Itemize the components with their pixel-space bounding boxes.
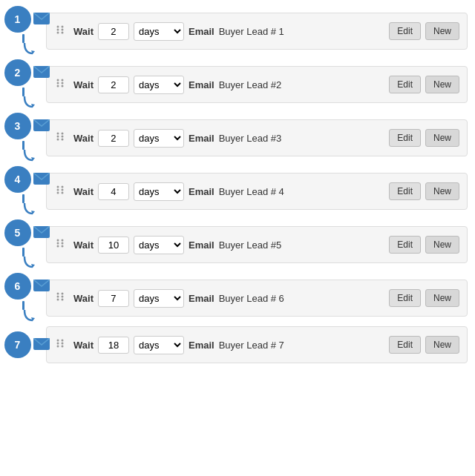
wait-number-select-2[interactable]: 1234567891011121314151617181920212223242…: [98, 76, 129, 93]
wait-number-select-6[interactable]: 1234567891011121314151617181920212223242…: [98, 290, 129, 307]
days-select-1[interactable]: dayshoursweeks: [134, 22, 184, 41]
step-circle-7: 7: [4, 331, 31, 358]
wait-label-1: Wait: [73, 26, 94, 37]
wait-number-select-5[interactable]: 1234567891011121314151617181920212223242…: [98, 237, 129, 254]
svg-point-45: [62, 296, 64, 298]
new-button-3[interactable]: New: [425, 129, 459, 147]
envelope-icon-1: [33, 13, 50, 27]
connector-arrow-5: [10, 248, 43, 270]
drag-handle-6[interactable]: [54, 291, 66, 305]
envelope-icon-5: [33, 226, 50, 240]
envelope-icon-6: [33, 280, 50, 294]
drag-handle-7[interactable]: [54, 337, 66, 352]
wait-number-select-7[interactable]: 1234567891011121314151617181920212223242…: [98, 337, 129, 354]
edit-button-7[interactable]: Edit: [389, 336, 421, 354]
drag-handle-1[interactable]: [54, 24, 66, 39]
workflow-container: 1 Wait1234567891011121314151617181920212…: [0, 0, 475, 372]
days-select-6[interactable]: dayshoursweeks: [134, 289, 184, 308]
connector-arrow-4: [10, 194, 43, 216]
workflow-row-4: 4 Wait1234567891011121314151617181920212…: [7, 166, 468, 216]
svg-point-52: [62, 343, 64, 345]
wait-number-select-3[interactable]: 1234567891011121314151617181920212223242…: [98, 130, 129, 147]
wait-number-select-4[interactable]: 1234567891011121314151617181920212223242…: [98, 183, 129, 200]
step-circle-4: 4: [4, 166, 31, 193]
step-indicator-6: 6: [7, 273, 46, 323]
drag-handle-5[interactable]: [54, 237, 66, 252]
new-button-7[interactable]: New: [425, 336, 459, 354]
svg-point-53: [57, 346, 59, 348]
new-button-6[interactable]: New: [425, 289, 459, 307]
edit-button-3[interactable]: Edit: [389, 129, 421, 147]
days-select-7[interactable]: dayshoursweeks: [134, 336, 184, 354]
edit-button-4[interactable]: Edit: [389, 182, 421, 200]
step-circle-2: 2: [4, 59, 31, 86]
svg-point-23: [62, 139, 64, 141]
svg-point-50: [62, 340, 64, 342]
envelope-icon-3: [33, 119, 50, 133]
svg-point-3: [62, 26, 64, 28]
svg-point-15: [62, 85, 64, 87]
days-select-5[interactable]: dayshoursweeks: [134, 236, 184, 254]
drag-handle-3[interactable]: [54, 130, 66, 145]
step-indicator-7: 7: [7, 331, 46, 358]
wait-label-2: Wait: [73, 79, 94, 90]
email-label-6: Email: [189, 293, 214, 304]
email-name-1: Buyer Lead # 1: [219, 26, 385, 37]
email-label-3: Email: [189, 133, 214, 144]
svg-point-38: [57, 245, 59, 248]
row-card-2: Wait123456789101112131415161718192021222…: [46, 66, 468, 103]
edit-button-5[interactable]: Edit: [389, 236, 421, 254]
wait-number-select-1[interactable]: 1234567891011121314151617181920212223242…: [98, 23, 129, 40]
workflow-row-7: 7 Wait1234567891011121314151617181920212…: [7, 326, 468, 363]
wait-label-3: Wait: [73, 133, 94, 144]
email-label-1: Email: [189, 26, 214, 37]
svg-point-39: [62, 245, 64, 248]
svg-point-34: [57, 239, 59, 242]
new-button-2[interactable]: New: [425, 76, 459, 93]
days-select-2[interactable]: dayshoursweeks: [134, 76, 184, 94]
new-button-4[interactable]: New: [425, 182, 459, 200]
row-card-3: Wait123456789101112131415161718192021222…: [46, 119, 468, 156]
svg-point-11: [62, 79, 64, 82]
envelope-icon-2: [33, 66, 50, 80]
connector-arrow-1: [10, 34, 43, 56]
svg-point-10: [57, 79, 59, 82]
step-indicator-2: 2: [7, 59, 46, 110]
wait-label-4: Wait: [73, 186, 94, 197]
edit-button-1[interactable]: Edit: [389, 22, 421, 40]
connector-arrow-3: [10, 141, 43, 163]
row-card-5: Wait123456789101112131415161718192021222…: [46, 226, 468, 263]
svg-point-2: [57, 26, 59, 28]
svg-point-36: [57, 242, 59, 245]
email-name-4: Buyer Lead # 4: [219, 186, 385, 197]
svg-point-19: [62, 133, 64, 135]
email-name-6: Buyer Lead # 6: [219, 293, 385, 304]
envelope-icon-4: [33, 173, 50, 187]
drag-handle-4[interactable]: [54, 184, 66, 199]
step-circle-5: 5: [4, 219, 31, 246]
workflow-row-2: 2 Wait1234567891011121314151617181920212…: [7, 59, 468, 110]
workflow-row-1: 1 Wait1234567891011121314151617181920212…: [7, 6, 468, 56]
step-indicator-4: 4: [7, 166, 46, 216]
days-select-3[interactable]: dayshoursweeks: [134, 129, 184, 148]
workflow-row-5: 5 Wait1234567891011121314151617181920212…: [7, 219, 468, 270]
edit-button-6[interactable]: Edit: [389, 289, 421, 307]
svg-point-49: [57, 340, 59, 342]
edit-button-2[interactable]: Edit: [389, 76, 421, 93]
svg-point-46: [57, 299, 59, 301]
svg-point-29: [62, 189, 64, 191]
step-circle-6: 6: [4, 273, 31, 300]
drag-handle-2[interactable]: [54, 77, 66, 92]
svg-point-44: [57, 296, 59, 298]
new-button-5[interactable]: New: [425, 236, 459, 254]
svg-point-28: [57, 189, 59, 191]
svg-point-18: [57, 133, 59, 135]
workflow-row-3: 3 Wait1234567891011121314151617181920212…: [7, 113, 468, 163]
row-card-7: Wait123456789101112131415161718192021222…: [46, 326, 468, 363]
step-indicator-3: 3: [7, 113, 46, 163]
email-label-4: Email: [189, 186, 214, 197]
new-button-1[interactable]: New: [425, 22, 459, 40]
svg-point-13: [62, 82, 64, 85]
days-select-4[interactable]: dayshoursweeks: [134, 182, 184, 201]
wait-label-6: Wait: [73, 293, 94, 304]
